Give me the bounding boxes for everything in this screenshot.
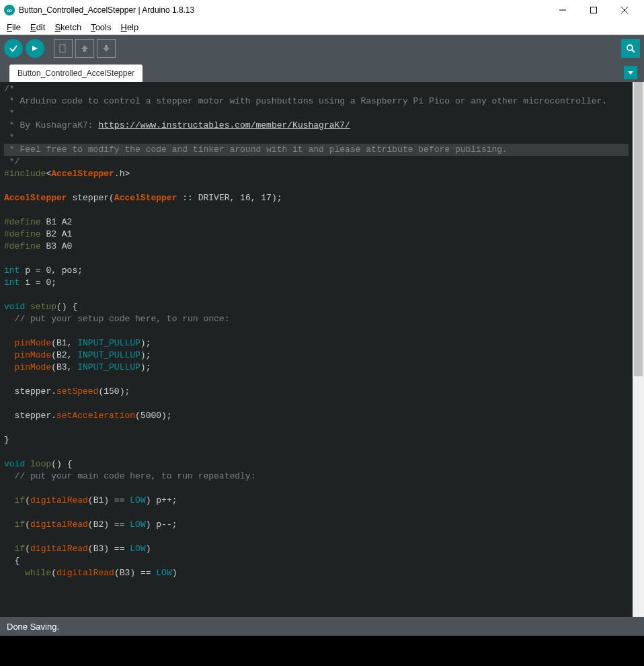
svg-point-8 bbox=[627, 45, 633, 50]
svg-marker-7 bbox=[103, 45, 110, 52]
console-panel[interactable] bbox=[0, 636, 644, 666]
svg-line-9 bbox=[632, 50, 635, 52]
code-editor[interactable]: /* * Arduino code to control a stepper m… bbox=[0, 82, 633, 617]
tab-menu-button[interactable] bbox=[624, 66, 637, 79]
minimize-button[interactable] bbox=[547, 0, 578, 20]
menubar: File Edit Sketch Tools Help bbox=[0, 20, 644, 35]
menu-help[interactable]: Help bbox=[118, 21, 141, 34]
window-title: Button_Controlled_AccelStepper | Arduino… bbox=[19, 5, 547, 15]
open-button[interactable] bbox=[75, 39, 94, 58]
menu-edit[interactable]: Edit bbox=[28, 21, 48, 34]
arduino-icon: ∞ bbox=[4, 5, 15, 15]
menu-sketch[interactable]: Sketch bbox=[52, 21, 84, 34]
menu-file[interactable]: File bbox=[4, 21, 24, 34]
window-titlebar: ∞ Button_Controlled_AccelStepper | Ardui… bbox=[0, 0, 644, 20]
new-button[interactable] bbox=[54, 39, 73, 58]
save-button[interactable] bbox=[97, 39, 116, 58]
upload-button[interactable] bbox=[26, 39, 44, 58]
svg-marker-10 bbox=[628, 71, 633, 75]
verify-button[interactable] bbox=[4, 39, 23, 58]
status-message: Done Saving. bbox=[7, 622, 59, 632]
toolbar bbox=[0, 35, 644, 62]
tab-label: Button_Controlled_AccelStepper bbox=[17, 69, 134, 78]
serial-monitor-button[interactable] bbox=[621, 39, 640, 58]
vertical-scrollbar[interactable] bbox=[633, 82, 644, 617]
menu-tools[interactable]: Tools bbox=[88, 21, 114, 34]
close-button[interactable] bbox=[609, 0, 640, 20]
window-controls bbox=[547, 0, 640, 20]
scrollbar-thumb[interactable] bbox=[634, 82, 643, 376]
tab-active[interactable]: Button_Controlled_AccelStepper bbox=[9, 65, 143, 82]
tabbar: Button_Controlled_AccelStepper bbox=[0, 62, 644, 82]
maximize-button[interactable] bbox=[578, 0, 609, 20]
svg-marker-4 bbox=[32, 46, 38, 51]
svg-rect-1 bbox=[591, 7, 597, 13]
svg-marker-6 bbox=[81, 45, 88, 52]
editor-area: /* * Arduino code to control a stepper m… bbox=[0, 82, 644, 617]
status-bar: Done Saving. bbox=[0, 617, 644, 636]
